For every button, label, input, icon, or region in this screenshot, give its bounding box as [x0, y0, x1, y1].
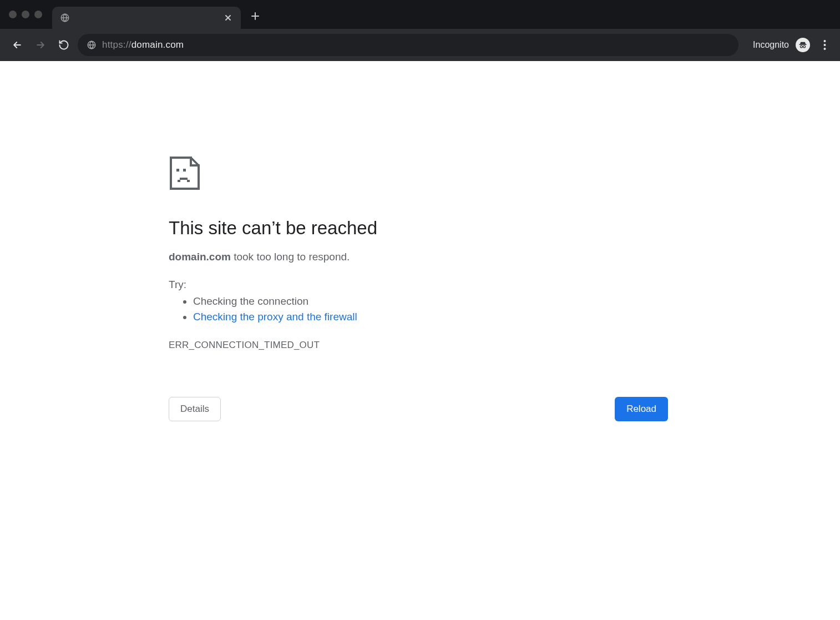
error-button-row: Details Reload: [169, 397, 668, 421]
svg-rect-2: [799, 44, 807, 46]
window-minimize-dot[interactable]: [22, 11, 29, 18]
error-host: domain.com: [169, 251, 231, 263]
svg-point-3: [800, 46, 802, 48]
svg-point-6: [823, 44, 826, 46]
page-content: This site can’t be reached domain.com to…: [0, 61, 840, 620]
site-info-globe-icon[interactable]: [87, 40, 97, 50]
error-code: ERR_CONNECTION_TIMED_OUT: [169, 340, 590, 351]
reload-toolbar-button[interactable]: [54, 36, 73, 54]
error-message: domain.com took too long to respond.: [169, 251, 590, 263]
svg-rect-10: [180, 178, 188, 180]
svg-point-5: [823, 40, 826, 42]
svg-rect-11: [178, 180, 180, 182]
url-scheme: https://: [102, 39, 131, 50]
window-close-dot[interactable]: [9, 11, 17, 18]
browser-menu-button[interactable]: [817, 37, 832, 53]
back-button[interactable]: [8, 36, 27, 54]
proxy-firewall-link[interactable]: Checking the proxy and the firewall: [193, 311, 357, 322]
forward-button: [31, 36, 50, 54]
toolbar-right-controls: Incognito: [753, 37, 832, 53]
svg-rect-8: [176, 169, 179, 172]
incognito-icon[interactable]: [796, 38, 810, 52]
sad-page-icon: [169, 155, 590, 191]
close-tab-icon[interactable]: [223, 13, 233, 23]
url-host: domain.com: [131, 39, 184, 50]
suggestion-check-proxy-firewall: Checking the proxy and the firewall: [193, 311, 590, 323]
try-label: Try:: [169, 279, 590, 291]
svg-point-7: [823, 48, 826, 50]
svg-rect-12: [187, 180, 190, 182]
globe-icon: [60, 13, 70, 23]
browser-chrome: https://domain.com Incognito: [0, 0, 840, 61]
details-button[interactable]: Details: [169, 397, 221, 421]
browser-tab[interactable]: [52, 7, 241, 29]
tab-strip: [0, 0, 840, 29]
window-maximize-dot[interactable]: [34, 11, 42, 18]
browser-toolbar: https://domain.com Incognito: [0, 29, 840, 61]
address-bar[interactable]: https://domain.com: [78, 34, 738, 56]
suggestion-list: Checking the connection Checking the pro…: [169, 295, 590, 323]
error-title: This site can’t be reached: [169, 218, 590, 239]
window-controls: [9, 11, 42, 18]
new-tab-button[interactable]: [246, 7, 264, 25]
url-text: https://domain.com: [102, 39, 184, 51]
svg-rect-9: [183, 169, 186, 172]
svg-point-4: [803, 46, 806, 48]
suggestion-check-connection: Checking the connection: [193, 295, 590, 308]
incognito-label: Incognito: [753, 40, 789, 50]
reload-button[interactable]: Reload: [615, 397, 668, 421]
error-page: This site can’t be reached domain.com to…: [169, 155, 590, 351]
error-message-suffix: took too long to respond.: [231, 251, 350, 263]
